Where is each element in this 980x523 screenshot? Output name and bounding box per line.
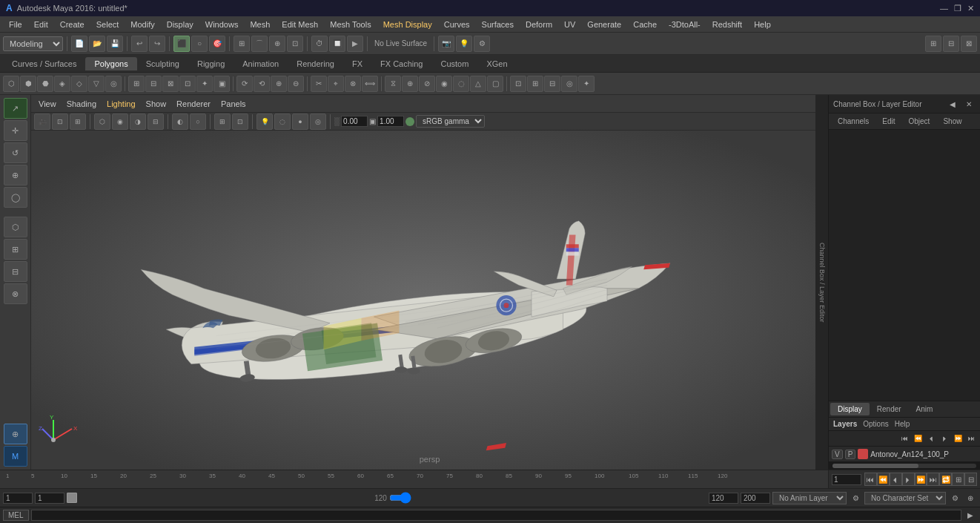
render-side[interactable]: ⊕ [4, 424, 27, 444]
smooth-shade-btn[interactable]: ◉ [112, 114, 128, 130]
snap-point-btn[interactable]: ⊕ [269, 36, 285, 52]
right-panel-expand[interactable]: ◀ [946, 97, 959, 111]
snap-view-btn[interactable]: ⊡ [287, 36, 303, 52]
menu-cache[interactable]: Cache [627, 19, 663, 30]
shrink-btn[interactable]: ⊖ [288, 76, 304, 92]
render-btn[interactable]: 🔲 [329, 36, 345, 52]
grid-btn[interactable]: ⊞ [214, 114, 231, 130]
range-start-input[interactable] [832, 474, 861, 485]
menu-mesh[interactable]: Mesh [244, 19, 276, 30]
planar-map-btn[interactable]: ⊞ [527, 76, 543, 92]
show-tab[interactable]: Show [937, 116, 967, 127]
menu-mesh-display[interactable]: Mesh Display [377, 19, 438, 30]
tab-fx-caching[interactable]: FX Caching [371, 57, 431, 70]
layer-nav-first[interactable]: ⏮ [898, 432, 910, 444]
script-run-btn[interactable]: ▶ [964, 509, 977, 522]
connect-btn[interactable]: ⌖ [328, 76, 344, 92]
total-frames-field[interactable] [741, 493, 770, 504]
layer-nav-step-back[interactable]: ⏴ [925, 432, 937, 444]
poly-cyl-btn[interactable]: ⬣ [37, 76, 53, 92]
vp-menu-renderer[interactable]: Renderer [172, 98, 215, 110]
separate-btn[interactable]: ⊘ [419, 76, 435, 92]
anim-tab[interactable]: Anim [909, 403, 941, 415]
poly-torus-btn[interactable]: ◇ [71, 76, 87, 92]
quadrangulate-btn[interactable]: ▢ [487, 76, 503, 92]
menu-file[interactable]: File [3, 19, 28, 30]
shadow-btn[interactable]: ◌ [274, 114, 291, 130]
snap-together-side[interactable]: ⊗ [4, 283, 27, 304]
tab-sculpting[interactable]: Sculpting [137, 57, 188, 70]
menu-3dto[interactable]: -3DtoAll- [663, 19, 706, 30]
menu-windows[interactable]: Windows [199, 19, 245, 30]
tab-custom[interactable]: Custom [432, 57, 478, 70]
layer-nav-step-fwd[interactable]: ⏵ [938, 432, 950, 444]
auto-map-btn[interactable]: ✦ [578, 76, 595, 92]
layers-menu[interactable]: Layers [833, 420, 857, 428]
transport-extra2[interactable]: ⊟ [964, 473, 977, 486]
object-tab[interactable]: Object [903, 116, 936, 127]
menu-create[interactable]: Create [54, 19, 90, 30]
cam-fit-btn[interactable]: ⊡ [52, 114, 68, 130]
channel-box-btn[interactable]: ⊠ [961, 36, 977, 52]
right-panel-close[interactable]: ✕ [962, 97, 976, 111]
light-btn[interactable]: 💡 [456, 36, 472, 52]
color-management-btn[interactable] [405, 117, 414, 126]
show-manip-side[interactable]: ⊟ [4, 261, 27, 282]
range-end-field[interactable] [709, 493, 738, 504]
depth-btn[interactable]: ◎ [310, 114, 326, 130]
vp-menu-lighting[interactable]: Lighting [102, 98, 140, 110]
triangulate-btn[interactable]: △ [470, 76, 486, 92]
anim-layer-options[interactable]: ⚙ [849, 491, 862, 504]
mirror-btn[interactable]: ⧖ [385, 76, 401, 92]
collapse-btn[interactable]: ✦ [196, 76, 213, 92]
open-file-btn[interactable]: 📂 [89, 36, 105, 52]
script-input[interactable] [31, 510, 961, 521]
frame-start-field[interactable] [3, 493, 33, 504]
bridge-btn[interactable]: ⊟ [145, 76, 162, 92]
exposure-input[interactable] [341, 116, 368, 127]
display-tab[interactable]: Display [830, 403, 870, 415]
layer-nav-prev[interactable]: ⏪ [912, 432, 924, 444]
menu-redshift[interactable]: Redshift [706, 19, 748, 30]
menu-mesh-tools[interactable]: Mesh Tools [324, 19, 377, 30]
script-type-selector[interactable]: MEL [3, 510, 29, 521]
tab-polygons[interactable]: Polygons [85, 57, 136, 70]
layer-scrollbar-thumb[interactable] [832, 464, 918, 468]
tab-fx[interactable]: FX [343, 57, 371, 70]
rotate-tool-side[interactable]: ↺ [4, 142, 27, 163]
maximize-btn[interactable]: ❒ [954, 4, 961, 13]
history-btn[interactable]: ⏱ [311, 36, 328, 52]
lighting-mode-btn[interactable]: 💡 [256, 114, 273, 130]
undo-btn[interactable]: ↩ [131, 36, 148, 52]
menu-edit-mesh[interactable]: Edit Mesh [276, 19, 324, 30]
ui-btn[interactable]: ⊟ [943, 36, 959, 52]
poly-plane-btn[interactable]: ◈ [54, 76, 70, 92]
auto-key-btn[interactable]: ⊕ [964, 491, 977, 504]
channels-tab[interactable]: Channels [832, 116, 875, 127]
menu-edit[interactable]: Edit [28, 19, 54, 30]
paint-select-btn[interactable]: 🎯 [209, 36, 225, 52]
new-file-btn[interactable]: 📄 [71, 36, 87, 52]
transport-last[interactable]: ⏭ [927, 473, 939, 486]
bounding-box-btn[interactable]: ⊟ [148, 114, 164, 130]
layer-visible-btn[interactable]: V [832, 450, 843, 459]
gamma-input[interactable] [377, 116, 404, 127]
menu-generate[interactable]: Generate [581, 19, 627, 30]
snap-curve-btn[interactable]: ⌒ [251, 36, 268, 52]
combine-btn[interactable]: ⊕ [402, 76, 418, 92]
cylin-map-btn[interactable]: ⊟ [544, 76, 560, 92]
frame-thumb-indicator[interactable] [67, 493, 77, 503]
reduce-btn[interactable]: ◌ [453, 76, 469, 92]
fill-btn[interactable]: ▣ [213, 76, 230, 92]
poly-cone-btn[interactable]: ▽ [88, 76, 105, 92]
menu-uv[interactable]: UV [558, 19, 581, 30]
bevel-btn[interactable]: ⊠ [162, 76, 179, 92]
redo-btn[interactable]: ↪ [149, 36, 165, 52]
layer-scrollbar[interactable] [829, 462, 980, 470]
tab-animation[interactable]: Animation [234, 57, 288, 70]
layer-nav-last[interactable]: ⏭ [965, 432, 977, 444]
grid-layout-btn[interactable]: ⊞ [925, 36, 941, 52]
last-tool-side[interactable]: ◯ [4, 187, 27, 208]
smooth-btn[interactable]: ◉ [436, 76, 452, 92]
merge-btn[interactable]: ⊡ [179, 76, 196, 92]
